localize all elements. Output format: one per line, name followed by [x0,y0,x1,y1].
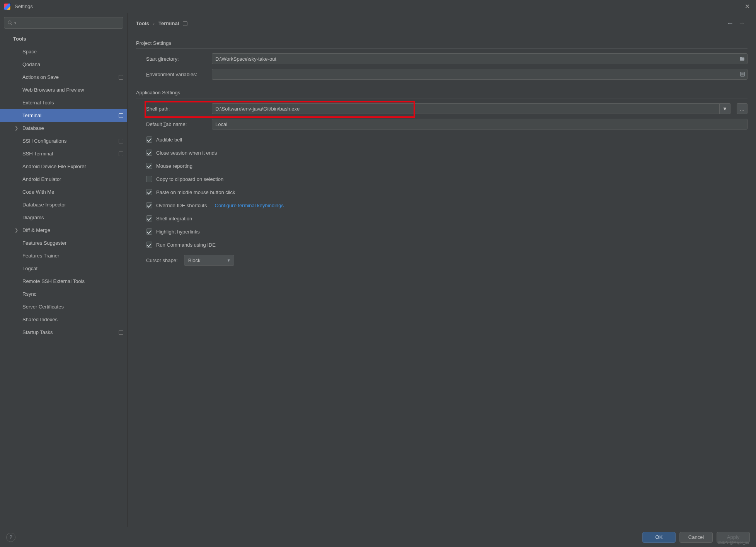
checkbox[interactable] [146,215,152,222]
env-variables-label: Environment variables: [146,72,208,77]
checkbox[interactable] [146,228,152,235]
sidebar-item-label: External Tools [22,100,123,106]
chevron-down-icon: ▼ [227,258,231,262]
close-icon[interactable]: ✕ [742,1,752,12]
sidebar-item-diagrams[interactable]: Diagrams [0,211,127,224]
checkbox-row-run-commands-using-ide: Run Commands using IDE [146,239,747,250]
sidebar-item-actions-on-save[interactable]: Actions on Save [0,71,127,83]
env-variables-row: Environment variables: [136,69,747,80]
sidebar-item-label: Server Certificates [22,304,123,310]
checkbox-label: Shell integration [156,216,192,222]
sidebar-item-shared-indexes[interactable]: Shared Indexes [0,313,127,326]
sidebar-item-features-suggester[interactable]: Features Suggester [0,237,127,249]
sidebar-item-ssh-terminal[interactable]: SSH Terminal [0,147,127,160]
checkbox[interactable] [146,136,152,143]
sidebar-item-tools[interactable]: Tools [0,32,127,45]
checkbox[interactable] [146,176,152,182]
sidebar-item-label: Diagrams [22,215,123,220]
checkbox-row-override-ide-shortcuts: Override IDE shortcutsConfigure terminal… [146,200,747,211]
checkbox-label: Close session when it ends [156,150,217,156]
cursor-shape-value: Block [188,257,201,263]
env-variables-input[interactable] [212,69,747,80]
sidebar-item-startup-tasks[interactable]: Startup Tasks [0,326,127,339]
start-directory-input[interactable] [212,53,747,64]
project-badge-icon [119,75,123,80]
project-badge-icon [119,330,123,335]
chevron-right-icon: ❯ [15,126,18,131]
sidebar-item-label: Shared Indexes [22,317,123,322]
sidebar-item-label: Qodana [22,61,123,67]
shell-path-input[interactable] [212,103,720,114]
ok-button[interactable]: OK [642,532,676,543]
sidebar-item-label: SSH Terminal [22,151,116,157]
search-icon [7,20,13,26]
list-icon[interactable] [740,72,745,77]
app-icon [4,3,11,10]
application-settings-group: Application Settings Shell path: ▼ … Def… [136,90,747,270]
sidebar-item-code-with-me[interactable]: Code With Me [0,186,127,198]
project-settings-title: Project Settings [136,40,747,46]
breadcrumb: Tools › Terminal [136,20,724,26]
checkbox[interactable] [146,202,152,208]
sidebar-item-label: Features Trainer [22,253,123,259]
shell-path-dropdown[interactable]: ▼ [720,103,730,114]
cursor-shape-row: Cursor shape: Block ▼ [136,255,747,266]
cancel-button[interactable]: Cancel [679,532,713,543]
settings-content: Project Settings Start directory: Enviro… [128,33,756,527]
sidebar-item-space[interactable]: Space [0,45,127,58]
sidebar-item-server-certificates[interactable]: Server Certificates [0,300,127,313]
sidebar-item-terminal[interactable]: Terminal [0,109,127,122]
sidebar-item-qodana[interactable]: Qodana [0,58,127,71]
back-button[interactable]: ← [724,19,736,28]
start-directory-label: Start directory: [146,56,208,62]
sidebar-item-database[interactable]: ❯Database [0,122,127,135]
sidebar-item-label: Startup Tasks [22,329,116,335]
default-tab-name-input[interactable] [212,119,747,130]
sidebar-item-label: Database [22,125,123,131]
start-directory-row: Start directory: [136,53,747,64]
shell-path-browse-button[interactable]: … [737,103,747,114]
settings-tree[interactable]: ToolsSpaceQodanaActions on SaveWeb Brows… [0,32,127,527]
sidebar-item-logcat[interactable]: Logcat [0,262,127,275]
sidebar-item-diff-merge[interactable]: ❯Diff & Merge [0,224,127,237]
checkbox-label: Highlight hyperlinks [156,229,200,235]
breadcrumb-row: Tools › Terminal ← → [128,13,756,33]
sidebar-item-features-trainer[interactable]: Features Trainer [0,249,127,262]
help-button[interactable]: ? [6,533,15,542]
cursor-shape-select[interactable]: Block ▼ [184,255,234,266]
sidebar-item-android-device-file-explorer[interactable]: Android Device File Explorer [0,160,127,173]
sidebar-item-label: Terminal [22,112,116,118]
checkbox-label: Mouse reporting [156,163,192,169]
checkbox-row-audible-bell: Audible bell [146,134,747,145]
breadcrumb-tools[interactable]: Tools [136,20,149,26]
sidebar-item-label: Space [22,49,123,55]
sidebar-item-external-tools[interactable]: External Tools [0,96,127,109]
sidebar-item-label: Android Emulator [22,176,123,182]
checkbox[interactable] [146,242,152,248]
folder-icon[interactable] [739,56,745,61]
checkbox-label: Paste on middle mouse button click [156,189,235,195]
sidebar-item-rsync[interactable]: Rsync [0,288,127,300]
checkbox[interactable] [146,150,152,156]
checkbox-label: Run Commands using IDE [156,242,216,248]
sidebar-item-ssh-configurations[interactable]: SSH Configurations [0,135,127,147]
application-settings-title: Application Settings [136,90,184,95]
checkbox-label: Audible bell [156,137,182,143]
checkbox[interactable] [146,163,152,169]
project-badge-icon [119,152,123,156]
sidebar-item-web-browsers-and-preview[interactable]: Web Browsers and Preview [0,83,127,96]
sidebar-item-android-emulator[interactable]: Android Emulator [0,173,127,186]
forward-button: → [736,19,747,28]
default-tab-name-label: Default Tab name: [146,121,208,127]
cursor-shape-label: Cursor shape: [146,257,178,263]
sidebar-item-label: Diff & Merge [22,227,123,233]
apply-button: Apply [717,532,750,543]
shell-path-label: Shell path: [146,106,208,112]
default-tab-name-row: Default Tab name: [136,119,747,130]
search-input[interactable]: ▾ [4,17,123,29]
configure-keybindings-link[interactable]: Configure terminal keybindings [215,203,284,208]
sidebar-item-remote-ssh-external-tools[interactable]: Remote SSH External Tools [0,275,127,288]
checkbox[interactable] [146,189,152,195]
sidebar-item-database-inspector[interactable]: Database Inspector [0,198,127,211]
checkbox-label: Copy to clipboard on selection [156,176,223,182]
